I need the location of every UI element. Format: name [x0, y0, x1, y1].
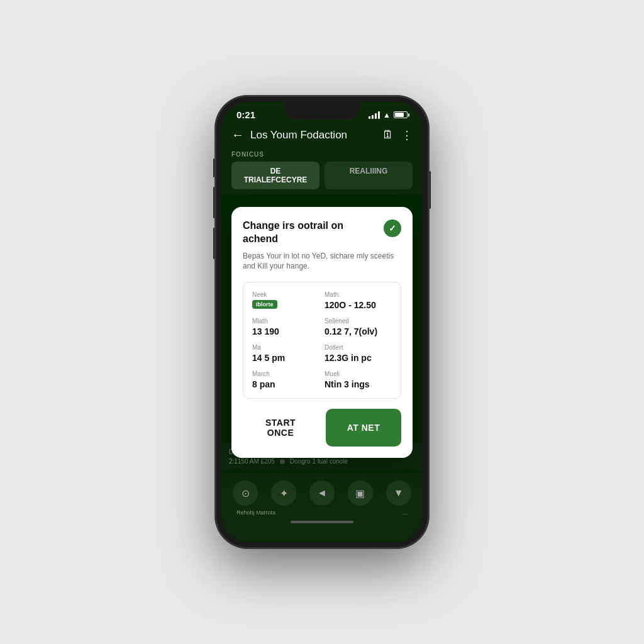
modal-title: Change irs ootrail on achend [243, 219, 379, 246]
battery-icon [394, 111, 408, 118]
status-time: 0:21 [236, 109, 255, 120]
tab-2[interactable]: REALIIING [325, 162, 413, 189]
modal-overlay: Change irs ootrail on achend Bepas Your … [221, 194, 423, 542]
timeline-info-text: 2:1150 AM £205 [229, 458, 275, 465]
data-value-ma: 14 5 pm [252, 353, 319, 363]
modal-subtitle: Bepas Your in lot no YeD, sichare mly sc… [243, 251, 401, 272]
timeline-dot [280, 459, 285, 464]
home-indicator [291, 521, 353, 523]
nav-label-row: Rehobj Marrota ... [221, 508, 423, 517]
page-title: Los Youm Fodaction [250, 129, 376, 142]
phone-device: 0:21 ▲ ← Los Youm Fodaction 🗓 ⋮ [215, 96, 429, 548]
status-icons: ▲ [369, 111, 408, 119]
data-grid: Neek Iblorte Math 120O - 12.50 Mlath 13 … [243, 282, 401, 399]
nav-icon-5[interactable]: ▼ [386, 480, 411, 506]
data-cell-seliened: Seliened 0.12 7, 7(olv) [325, 318, 392, 336]
data-cell-mlath: Mlath 13 190 [252, 318, 319, 336]
data-value-dotlert: 12.3G in pc [325, 353, 392, 363]
modal-header: Change irs ootrail on achend [243, 219, 401, 246]
nav-icon-2[interactable]: ✦ [271, 480, 296, 506]
more-icon[interactable]: ⋮ [401, 128, 413, 142]
data-label-mueli: Mueli [325, 370, 392, 377]
phone-screen: 0:21 ▲ ← Los Youm Fodaction 🗓 ⋮ [221, 102, 423, 542]
data-cell-neek: Neek Iblorte [252, 291, 319, 310]
data-value-math: 120O - 12.50 [325, 300, 392, 310]
data-badge-iblorte: Iblorte [252, 300, 277, 309]
data-label-mlath: Mlath [252, 318, 319, 325]
modal-card: Change irs ootrail on achend Bepas Your … [231, 207, 413, 458]
check-icon [384, 219, 401, 237]
data-cell-math: Math 120O - 12.50 [325, 291, 392, 310]
data-label-seliened: Seliened [325, 318, 392, 325]
notch [284, 102, 360, 119]
bottom-nav: ⊙ ✦ ◄ ▣ ▼ Rehobj Marrota ... [221, 473, 423, 542]
modal-actions: START ONCE AT NET [243, 409, 401, 447]
data-cell-mueli: Mueli Ntin 3 ings [325, 370, 392, 389]
nav-icon-4[interactable]: ▣ [348, 480, 373, 506]
timeline-extra-text: Dongro 1 fual conole [290, 458, 348, 465]
signal-icon [369, 111, 380, 119]
timeline-info: 2:1150 AM £205 Dongro 1 fual conole [229, 458, 415, 465]
data-label-math: Math [325, 291, 392, 298]
at-net-button[interactable]: AT NET [326, 409, 401, 447]
header-icons: 🗓 ⋮ [382, 128, 413, 142]
data-value-march: 8 pan [252, 379, 319, 389]
data-label-dotlert: Dotlert [325, 344, 392, 351]
phone-frame: 0:21 ▲ ← Los Youm Fodaction 🗓 ⋮ [215, 96, 429, 548]
data-label-ma: Ma [252, 344, 319, 351]
wifi-icon: ▲ [383, 111, 391, 119]
nav-icons-row: ⊙ ✦ ◄ ▣ ▼ [221, 478, 423, 508]
data-cell-dotlert: Dotlert 12.3G in pc [325, 344, 392, 363]
data-value-mlath: 13 190 [252, 326, 319, 336]
tab-1[interactable]: DE TRIALEFCECYRE [231, 162, 319, 189]
data-cell-ma: Ma 14 5 pm [252, 344, 319, 363]
start-once-button[interactable]: START ONCE [243, 409, 318, 447]
app-header: ← Los Youm Fodaction 🗓 ⋮ [221, 123, 423, 147]
data-label-march: March [252, 370, 319, 377]
data-label-neek: Neek [252, 291, 319, 298]
tabs-row: DE TRIALEFCECYRE REALIIING [231, 162, 413, 189]
nav-icon-3[interactable]: ◄ [309, 480, 335, 506]
nav-label-right: ... [402, 509, 408, 516]
tabs-section-label: FONICUS [231, 151, 413, 158]
back-button[interactable]: ← [231, 128, 244, 142]
nav-label-left: Rehobj Marrota [236, 509, 275, 516]
data-cell-march: March 8 pan [252, 370, 319, 389]
data-value-mueli: Ntin 3 ings [325, 379, 392, 389]
calendar-icon[interactable]: 🗓 [382, 128, 394, 142]
data-value-seliened: 0.12 7, 7(olv) [325, 326, 392, 336]
nav-icon-1[interactable]: ⊙ [233, 480, 258, 506]
power-button [429, 171, 431, 209]
tabs-area: FONICUS DE TRIALEFCECYRE REALIIING [221, 147, 423, 194]
